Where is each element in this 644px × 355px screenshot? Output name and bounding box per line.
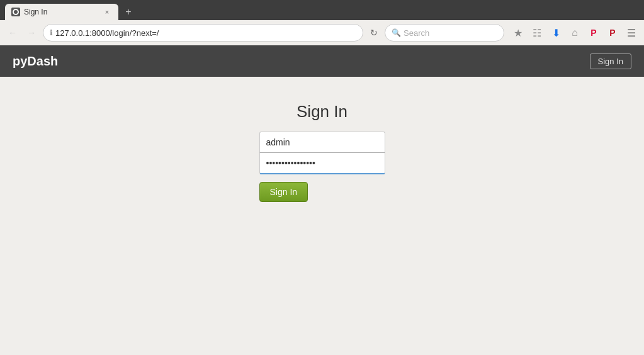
tab-bar: Sign In × +	[0, 0, 644, 20]
signin-form: Sign In	[259, 132, 385, 202]
app-logo: pyDash	[13, 54, 58, 69]
forward-button[interactable]: →	[24, 25, 39, 40]
back-button[interactable]: ←	[5, 25, 20, 40]
active-tab[interactable]: Sign In ×	[5, 4, 118, 20]
address-bar[interactable]: ℹ 127.0.0.1:8000/login/?next=/	[43, 24, 363, 42]
tab-title: Sign In	[24, 8, 98, 16]
app-header: pyDash Sign In	[0, 45, 644, 77]
browser-nav-icons: ★ ☷ ⬇ ⌂ P P ☰	[511, 25, 639, 40]
bookmark-icon[interactable]: ★	[511, 25, 526, 40]
pinterest-icon[interactable]: P	[605, 25, 620, 40]
refresh-button[interactable]: ↻	[367, 26, 381, 40]
pocket-icon[interactable]: P	[586, 25, 601, 40]
new-tab-button[interactable]: +	[121, 4, 136, 20]
main-content: Sign In Sign In	[0, 77, 644, 227]
page-title: Sign In	[297, 102, 347, 121]
search-icon: 🔍	[392, 28, 401, 37]
address-protocol: 127.0.0.1	[55, 28, 89, 38]
reader-mode-icon[interactable]: ☷	[529, 25, 545, 40]
signin-submit-button[interactable]: Sign In	[259, 182, 308, 202]
browser-menu-icon[interactable]: ☰	[624, 25, 639, 40]
password-input[interactable]	[259, 152, 385, 174]
search-placeholder: Search	[404, 28, 429, 38]
nav-bar: ← → ℹ 127.0.0.1:8000/login/?next=/ ↻ 🔍 S…	[0, 20, 644, 45]
header-signin-button[interactable]: Sign In	[590, 54, 631, 69]
tab-favicon	[11, 8, 20, 16]
home-icon[interactable]: ⌂	[567, 25, 582, 40]
username-input[interactable]	[259, 132, 385, 152]
browser-chrome: Sign In × + ← → ℹ 127.0.0.1:8000/login/?…	[0, 0, 644, 45]
address-path: :8000/login/?next=/	[89, 28, 159, 38]
info-icon: ℹ	[50, 28, 53, 37]
search-bar[interactable]: 🔍 Search	[385, 24, 504, 42]
address-text: 127.0.0.1:8000/login/?next=/	[55, 28, 356, 38]
download-icon[interactable]: ⬇	[548, 25, 563, 40]
tab-close-button[interactable]: ×	[102, 7, 112, 17]
